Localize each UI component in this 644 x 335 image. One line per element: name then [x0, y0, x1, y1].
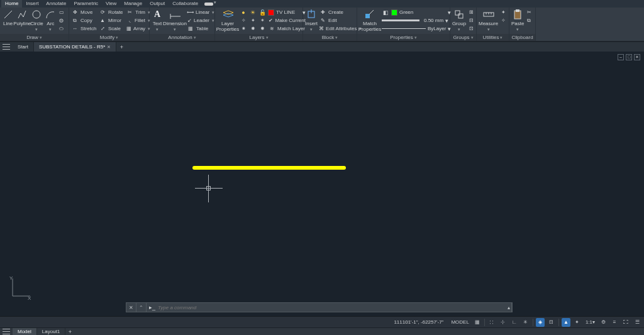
clip-copy[interactable]: ⧉: [525, 16, 533, 25]
layer-tool-3[interactable]: ✶: [258, 16, 267, 25]
layer-selector[interactable]: ● ☀ 🔓 TV LINE ▾: [240, 8, 306, 16]
tool-rotate[interactable]: ⟳Rotate: [99, 8, 125, 16]
panel-annotation-title[interactable]: Annotation▾: [150, 34, 214, 41]
panel-modify-title[interactable]: Modify▾: [69, 34, 149, 41]
draw-extra-3[interactable]: ⬭: [58, 25, 67, 33]
tab-current-file[interactable]: SUBSTATION DETAILS - R5*✕: [34, 42, 116, 52]
menu-annotate[interactable]: Annotate: [42, 0, 70, 8]
menu-output[interactable]: Output: [146, 0, 169, 8]
cmd-scroll[interactable]: ▴: [506, 303, 512, 312]
group-tool-3[interactable]: ⊡: [467, 25, 475, 33]
util-tool-1[interactable]: ✦: [499, 8, 508, 16]
status-scale[interactable]: 1:1 ▾: [584, 318, 596, 327]
menu-home[interactable]: Home: [1, 0, 22, 8]
block-edit-attr[interactable]: ⌘Edit Attributes▾: [319, 25, 357, 33]
make-current-button[interactable]: ✔Make Current: [268, 16, 306, 25]
tool-move[interactable]: ✥Move: [71, 8, 97, 16]
lineweight-selector[interactable]: 0.50 mm ▾: [382, 16, 451, 25]
tool-circle[interactable]: Circle▾: [30, 8, 43, 32]
tool-measure[interactable]: Measure▾: [479, 8, 498, 32]
status-osnap[interactable]: ⊡: [547, 318, 556, 327]
new-tab-button[interactable]: +: [116, 42, 126, 52]
layout-model[interactable]: Model: [13, 328, 37, 335]
status-grid[interactable]: ▦: [473, 318, 482, 327]
viewport-close[interactable]: ✕: [634, 54, 640, 60]
layout-layout1[interactable]: Layout1: [37, 328, 65, 335]
tool-array[interactable]: ▦Array▾: [126, 25, 150, 33]
panel-draw-title[interactable]: Draw▾: [0, 34, 69, 41]
status-gear[interactable]: ✦: [573, 318, 582, 327]
status-space[interactable]: MODEL: [450, 318, 470, 327]
match-layer-button[interactable]: ≋Match Layer: [268, 25, 306, 33]
tab-close-icon[interactable]: ✕: [107, 45, 111, 49]
menu-insert[interactable]: Insert: [22, 0, 42, 8]
status-max[interactable]: ⛶: [621, 318, 630, 327]
status-customize[interactable]: ☰: [633, 318, 641, 327]
qat-dropdown-icon[interactable]: ▾: [214, 0, 216, 8]
status-ortho[interactable]: ∟: [510, 318, 519, 327]
status-gear2[interactable]: ⚙: [599, 318, 608, 327]
menu-view[interactable]: View: [102, 0, 120, 8]
linetype-selector[interactable]: ByLayer ▾: [382, 25, 451, 33]
match-properties-button[interactable]: Match Properties: [359, 8, 380, 32]
menu-parametric[interactable]: Parametric: [70, 0, 102, 8]
tool-insert[interactable]: Insert▾: [305, 8, 318, 32]
tool-leader[interactable]: ↙Leader▾: [187, 16, 214, 25]
tool-table[interactable]: ▦Table: [187, 25, 214, 33]
block-create[interactable]: ✚Create: [319, 8, 357, 16]
layout-add[interactable]: +: [65, 328, 74, 335]
layer-properties-button[interactable]: Layer Properties: [217, 8, 238, 32]
viewport-max[interactable]: □: [626, 54, 632, 60]
block-edit[interactable]: ✎Edit: [319, 16, 357, 25]
tool-mirror[interactable]: ▲Mirror: [99, 16, 125, 25]
status-annoscale[interactable]: ▲: [562, 318, 570, 327]
tool-stretch[interactable]: ↔Stretch: [71, 25, 97, 33]
util-tool-2[interactable]: ✧: [499, 16, 508, 25]
viewport-min[interactable]: –: [618, 54, 624, 60]
tool-dimension[interactable]: Dimension▾: [164, 8, 186, 32]
drawn-line-entity[interactable]: [192, 166, 346, 170]
status-infer[interactable]: ⊹: [499, 318, 508, 327]
command-line[interactable]: ✕ ⌃ ▸_ ▴: [126, 302, 513, 312]
cmd-close[interactable]: ✕: [126, 303, 136, 312]
layer-tool-4[interactable]: ✷: [240, 25, 248, 33]
status-lwt[interactable]: ≡: [610, 318, 619, 327]
color-selector[interactable]: ◧ Green ▾: [382, 8, 451, 16]
tool-paste[interactable]: Paste▾: [511, 8, 524, 32]
panel-properties-title[interactable]: Properties▾: [357, 34, 450, 41]
panel-groups-title[interactable]: Groups▾: [450, 34, 476, 41]
tool-group[interactable]: Group▾: [452, 8, 466, 32]
command-input[interactable]: [158, 305, 503, 310]
tab-start[interactable]: Start: [13, 42, 34, 52]
menu-manage[interactable]: Manage: [120, 0, 146, 8]
draw-extra-1[interactable]: ▭: [58, 8, 67, 16]
tool-text[interactable]: A Text▾: [152, 8, 163, 32]
group-tool-2[interactable]: ⊟: [467, 16, 475, 25]
tool-polyline[interactable]: Polyline: [15, 8, 29, 26]
layer-tool-6[interactable]: ✹: [258, 25, 267, 33]
draw-extra-2[interactable]: ◍: [58, 16, 67, 25]
quick-access-add[interactable]: [204, 3, 213, 6]
panel-block-title[interactable]: Block▾: [303, 34, 357, 41]
layer-tool-5[interactable]: ✸: [249, 25, 257, 33]
doc-list-menu[interactable]: [0, 42, 13, 52]
layer-tool-2[interactable]: ✦: [249, 16, 257, 25]
tool-copy[interactable]: ⧉Copy: [71, 16, 97, 25]
status-polar[interactable]: ✳: [521, 318, 530, 327]
drawing-canvas[interactable]: – □ ✕ Y X ✕ ⌃ ▸_ ▴: [0, 52, 644, 316]
tool-arc[interactable]: Arc▾: [45, 8, 57, 32]
group-tool-1[interactable]: ⊞: [467, 8, 475, 16]
layer-tool-1[interactable]: ✧: [240, 16, 248, 25]
clip-cut[interactable]: ✂: [525, 8, 533, 16]
tool-line[interactable]: Line: [2, 8, 14, 26]
layout-menu[interactable]: [0, 328, 13, 335]
cmd-options[interactable]: ⌃: [136, 303, 147, 312]
panel-layers-title[interactable]: Layers▾: [215, 34, 303, 41]
tool-scale[interactable]: ⤢Scale: [99, 25, 125, 33]
status-snap[interactable]: ⸬: [487, 318, 496, 327]
status-iso[interactable]: ◈: [536, 318, 545, 327]
menu-collaborate[interactable]: Collaborate: [169, 0, 202, 8]
tool-trim[interactable]: ✂Trim▾: [126, 8, 150, 16]
tool-fillet[interactable]: ◟Fillet▾: [126, 16, 150, 25]
panel-utilities-title[interactable]: Utilities▾: [477, 34, 509, 41]
